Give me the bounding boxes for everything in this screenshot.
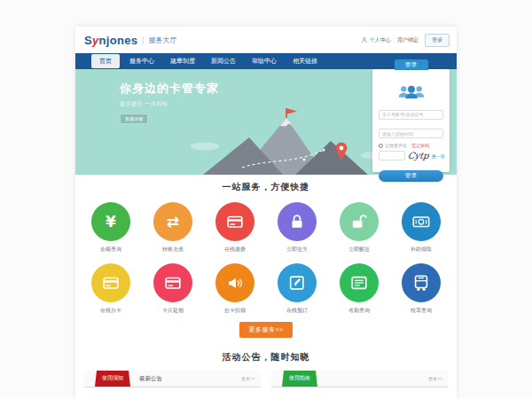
services-section: 一站服务，方便快捷 ¥余额查询⇄转账充值在线缴费立即挂失立即解挂补助领取在线办卡… <box>75 175 457 338</box>
service-item[interactable]: 拾卡招领 <box>215 263 255 315</box>
captcha-image[interactable]: Cytp <box>407 151 429 160</box>
forgot-password-link[interactable]: 忘记密码 <box>411 143 429 148</box>
logo-swoosh: y <box>92 34 99 47</box>
service-item[interactable]: 在线缴费 <box>215 202 255 254</box>
yen-icon: ¥ <box>91 202 130 241</box>
service-label: 补助领取 <box>411 246 432 254</box>
service-label: 立即解挂 <box>348 246 370 254</box>
panel-secondary-tab[interactable]: 最新公告 <box>139 375 162 383</box>
services-grid: ¥余额查询⇄转账充值在线缴费立即挂失立即解挂补助领取在线办卡卡片延期拾卡招领在线… <box>75 202 457 315</box>
hero-banner: 你身边的卡管专家 提供捷径 一步到校 查看详情 登录 <box>75 69 457 175</box>
service-label: 余额查询 <box>100 246 121 254</box>
service-item[interactable]: 卡片延期 <box>153 263 193 315</box>
bus-icon <box>402 263 441 302</box>
header-actions: 个人中心 用户绑定 登录 <box>361 34 450 47</box>
hero-cta-button[interactable]: 查看详情 <box>120 113 148 124</box>
remember-checkbox[interactable] <box>379 144 383 148</box>
personal-center-link[interactable]: 个人中心 <box>361 36 391 44</box>
remember-label: 记住用户名 <box>385 143 407 148</box>
service-item[interactable]: 立即挂失 <box>277 202 317 254</box>
card-icon <box>91 263 130 302</box>
service-item[interactable]: ⇄转账充值 <box>153 202 193 254</box>
more-services-wrap: 更多服务>> <box>75 322 457 338</box>
remember-row: 记住用户名 | 忘记密码 <box>379 143 443 148</box>
announcement-panels: 使用须知最新公告更多>>使用指南更多>> <box>75 371 457 387</box>
captcha-row: Cytp 换一张 <box>379 151 443 160</box>
captcha-input[interactable] <box>379 151 405 160</box>
logo[interactable]: Synjones | 服务大厅 <box>84 34 177 47</box>
service-item[interactable]: 校车查询 <box>401 263 442 315</box>
service-label: 立即挂失 <box>286 246 308 254</box>
announcement-panel-1: 使用指南更多>> <box>271 371 448 387</box>
portal-page: Synjones | 服务大厅 个人中心 用户绑定 登录 首页服务中心规章制度新… <box>75 27 457 399</box>
transfer-icon: ⇄ <box>153 202 192 241</box>
service-item[interactable]: 补助领取 <box>401 202 442 254</box>
banknote-icon <box>402 202 441 241</box>
card-icon <box>153 263 192 302</box>
services-title: 一站服务，方便快捷 <box>75 181 457 193</box>
nav-item-3[interactable]: 新闻公告 <box>203 54 244 68</box>
megaphone-icon <box>215 263 254 302</box>
login-submit-button[interactable]: 登录 <box>379 170 443 182</box>
service-label: 拾卡招领 <box>224 307 246 315</box>
service-label: 校车查询 <box>411 307 432 315</box>
site-header: Synjones | 服务大厅 个人中心 用户绑定 登录 <box>75 27 457 53</box>
service-item[interactable]: ¥余额查询 <box>90 202 131 254</box>
users-group-icon <box>396 83 426 100</box>
service-item[interactable]: 考勤查询 <box>339 263 379 315</box>
more-services-button[interactable]: 更多服务>> <box>239 322 292 338</box>
panel-more-link[interactable]: 更多>> <box>241 376 255 381</box>
login-tab[interactable]: 登录 <box>395 59 428 70</box>
edit-icon <box>278 263 317 302</box>
panel-ribbon-tab[interactable]: 使用须知 <box>95 371 130 387</box>
card-icon <box>215 202 254 241</box>
panel-more-link[interactable]: 更多>> <box>428 376 442 381</box>
announcements-title: 活动公告，随时知晓 <box>75 351 457 364</box>
hero-text-block: 你身边的卡管专家 提供捷径 一步到校 查看详情 <box>120 81 219 124</box>
mountains-illustration <box>191 104 386 175</box>
service-label: 卡片延期 <box>162 307 184 315</box>
user-bind-link[interactable]: 用户绑定 <box>397 36 419 44</box>
panel-ribbon-tab[interactable]: 使用指南 <box>282 371 317 387</box>
nav-item-0[interactable]: 首页 <box>91 54 120 68</box>
header-login-button[interactable]: 登录 <box>425 34 450 47</box>
announcements-section: 活动公告，随时知晓 使用须知最新公告更多>>使用指南更多>> <box>75 351 457 387</box>
username-input[interactable] <box>379 110 443 120</box>
password-input[interactable] <box>379 129 443 138</box>
attendance-icon <box>340 263 379 302</box>
logo-text: Synjones <box>84 34 137 47</box>
service-label: 在线办卡 <box>100 307 121 315</box>
service-label: 考勤查询 <box>348 307 370 315</box>
service-label: 在线缴费 <box>224 246 246 254</box>
nav-item-1[interactable]: 服务中心 <box>121 54 162 68</box>
logo-divider: | <box>142 35 144 44</box>
service-item[interactable]: 在线办卡 <box>90 263 131 315</box>
person-icon <box>361 36 368 43</box>
login-panel: 登录 记住用户名 | 忘记密码 Cytp 换一张 登录 <box>372 69 450 172</box>
remember-separator: | <box>409 143 410 148</box>
service-label: 在线预订 <box>286 307 308 315</box>
captcha-refresh-link[interactable]: 换一张 <box>432 153 445 159</box>
site-name: 服务大厅 <box>149 35 177 45</box>
unlock-icon <box>340 202 379 241</box>
lock-icon <box>278 202 317 241</box>
nav-item-4[interactable]: 帮助中心 <box>244 54 285 68</box>
service-item[interactable]: 在线预订 <box>277 263 317 315</box>
service-label: 转账充值 <box>162 246 184 254</box>
hero-title: 你身边的卡管专家 <box>120 81 219 97</box>
nav-item-2[interactable]: 规章制度 <box>162 54 203 68</box>
hero-subtitle: 提供捷径 一步到校 <box>120 100 219 108</box>
service-item[interactable]: 立即解挂 <box>339 202 379 254</box>
announcement-panel-0: 使用须知最新公告更多>> <box>84 371 261 387</box>
nav-item-5[interactable]: 相关链接 <box>285 54 325 68</box>
